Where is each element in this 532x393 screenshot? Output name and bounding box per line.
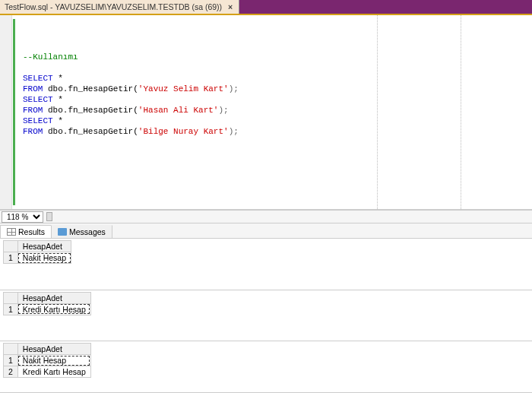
table-row[interactable]: 2 Kredi Kartı Hesap: [4, 366, 91, 378]
result-table[interactable]: HesapAdet 1 Nakit Hesap 2 Kredi Kartı He…: [3, 343, 91, 378]
result-set-1: HesapAdet 1 Nakit Hesap: [0, 239, 532, 290]
column-guide: [377, 15, 378, 209]
close-icon[interactable]: ×: [226, 2, 234, 11]
document-tab-bar: TestFlow.sql - YAVUZSELIM\YAVUZSELIM.TES…: [0, 0, 532, 15]
column-header[interactable]: HesapAdet: [17, 344, 90, 355]
messages-icon: [58, 228, 67, 236]
table-row[interactable]: 1 Kredi Kartı Hesap: [4, 303, 91, 315]
tab-messages[interactable]: Messages: [51, 225, 112, 238]
tab-results[interactable]: Results: [0, 225, 52, 238]
sql-editor[interactable]: --Kullanımı SELECT * FROM dbo.fn_HesapGe…: [0, 15, 532, 210]
rownum-header: [4, 292, 18, 303]
result-table[interactable]: HesapAdet 1 Kredi Kartı Hesap: [3, 292, 91, 315]
result-set-3: HesapAdet 1 Nakit Hesap 2 Kredi Kartı He…: [0, 341, 532, 393]
table-header-row: HesapAdet: [4, 292, 91, 303]
table-header-row: HesapAdet: [4, 241, 71, 252]
column-header[interactable]: HesapAdet: [17, 292, 90, 303]
rownum-header: [4, 344, 18, 355]
column-header[interactable]: HesapAdet: [17, 241, 71, 252]
editor-content[interactable]: --Kullanımı SELECT * FROM dbo.fn_HesapGe…: [12, 15, 532, 209]
column-guide: [461, 15, 461, 209]
document-tab[interactable]: TestFlow.sql - YAVUZSELIM\YAVUZSELIM.TES…: [0, 0, 239, 14]
results-pane: HesapAdet 1 Nakit Hesap HesapAdet 1 Kred…: [0, 239, 532, 393]
result-set-2: HesapAdet 1 Kredi Kartı Hesap: [0, 290, 532, 342]
row-number: 2: [4, 366, 18, 378]
editor-gutter: [0, 15, 12, 209]
cell[interactable]: Kredi Kartı Hesap: [17, 303, 90, 315]
result-table[interactable]: HesapAdet 1 Nakit Hesap: [3, 240, 71, 264]
results-tab-strip: Results Messages: [0, 223, 532, 239]
table-row[interactable]: 1 Nakit Hesap: [4, 355, 91, 366]
rownum-header: [4, 241, 18, 252]
zoom-select[interactable]: 118 %: [2, 211, 43, 223]
row-number: 1: [4, 303, 18, 315]
table-row[interactable]: 1 Nakit Hesap: [4, 252, 71, 264]
grid-icon: [7, 228, 16, 236]
table-header-row: HesapAdet: [4, 344, 91, 355]
horizontal-scroll-thumb[interactable]: [46, 212, 52, 221]
row-number: 1: [4, 355, 18, 366]
row-number: 1: [4, 252, 18, 264]
cell[interactable]: Nakit Hesap: [17, 355, 90, 366]
cell[interactable]: Kredi Kartı Hesap: [17, 366, 90, 378]
cell[interactable]: Nakit Hesap: [17, 252, 71, 264]
zoom-bar: 118 %: [0, 210, 532, 223]
tab-title: TestFlow.sql - YAVUZSELIM\YAVUZSELIM.TES…: [5, 2, 222, 11]
